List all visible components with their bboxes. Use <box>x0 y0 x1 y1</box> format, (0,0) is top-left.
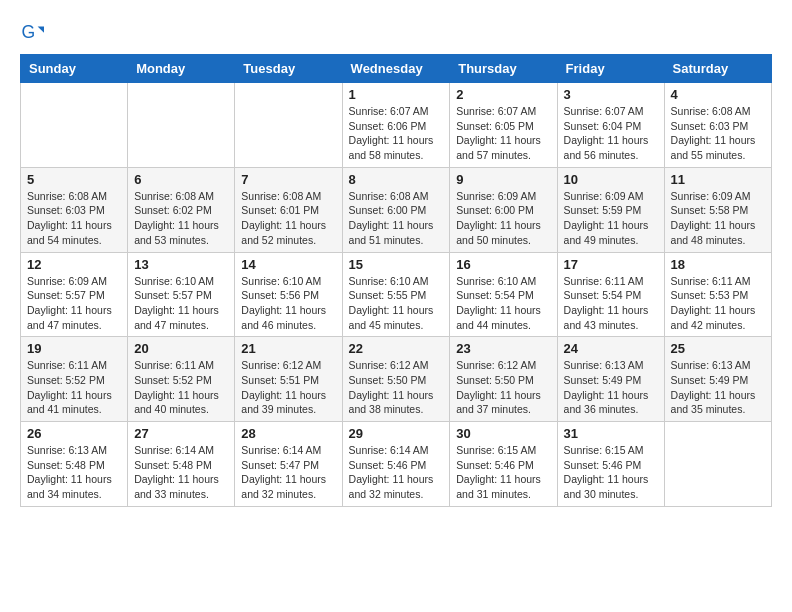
day-number: 27 <box>134 426 228 441</box>
calendar-cell: 31Sunrise: 6:15 AM Sunset: 5:46 PM Dayli… <box>557 422 664 507</box>
calendar-cell: 5Sunrise: 6:08 AM Sunset: 6:03 PM Daylig… <box>21 167 128 252</box>
day-info: Sunrise: 6:07 AM Sunset: 6:05 PM Dayligh… <box>456 104 550 163</box>
calendar-header-row: SundayMondayTuesdayWednesdayThursdayFrid… <box>21 55 772 83</box>
day-number: 10 <box>564 172 658 187</box>
day-info: Sunrise: 6:08 AM Sunset: 6:01 PM Dayligh… <box>241 189 335 248</box>
day-info: Sunrise: 6:08 AM Sunset: 6:03 PM Dayligh… <box>27 189 121 248</box>
calendar-week-2: 5Sunrise: 6:08 AM Sunset: 6:03 PM Daylig… <box>21 167 772 252</box>
calendar-cell: 17Sunrise: 6:11 AM Sunset: 5:54 PM Dayli… <box>557 252 664 337</box>
calendar-cell: 20Sunrise: 6:11 AM Sunset: 5:52 PM Dayli… <box>128 337 235 422</box>
day-header-saturday: Saturday <box>664 55 771 83</box>
calendar-cell: 8Sunrise: 6:08 AM Sunset: 6:00 PM Daylig… <box>342 167 450 252</box>
calendar-week-4: 19Sunrise: 6:11 AM Sunset: 5:52 PM Dayli… <box>21 337 772 422</box>
calendar-cell: 26Sunrise: 6:13 AM Sunset: 5:48 PM Dayli… <box>21 422 128 507</box>
day-info: Sunrise: 6:14 AM Sunset: 5:47 PM Dayligh… <box>241 443 335 502</box>
day-number: 29 <box>349 426 444 441</box>
calendar-cell <box>21 83 128 168</box>
day-number: 7 <box>241 172 335 187</box>
day-info: Sunrise: 6:10 AM Sunset: 5:56 PM Dayligh… <box>241 274 335 333</box>
day-info: Sunrise: 6:13 AM Sunset: 5:49 PM Dayligh… <box>564 358 658 417</box>
calendar-cell: 12Sunrise: 6:09 AM Sunset: 5:57 PM Dayli… <box>21 252 128 337</box>
day-number: 18 <box>671 257 765 272</box>
day-number: 14 <box>241 257 335 272</box>
day-number: 4 <box>671 87 765 102</box>
day-number: 15 <box>349 257 444 272</box>
calendar-cell: 16Sunrise: 6:10 AM Sunset: 5:54 PM Dayli… <box>450 252 557 337</box>
day-number: 2 <box>456 87 550 102</box>
day-info: Sunrise: 6:11 AM Sunset: 5:52 PM Dayligh… <box>134 358 228 417</box>
calendar-cell: 14Sunrise: 6:10 AM Sunset: 5:56 PM Dayli… <box>235 252 342 337</box>
day-number: 24 <box>564 341 658 356</box>
svg-marker-1 <box>38 26 44 32</box>
day-number: 13 <box>134 257 228 272</box>
day-info: Sunrise: 6:11 AM Sunset: 5:52 PM Dayligh… <box>27 358 121 417</box>
day-info: Sunrise: 6:15 AM Sunset: 5:46 PM Dayligh… <box>456 443 550 502</box>
day-number: 20 <box>134 341 228 356</box>
day-header-monday: Monday <box>128 55 235 83</box>
day-info: Sunrise: 6:08 AM Sunset: 6:02 PM Dayligh… <box>134 189 228 248</box>
calendar-week-3: 12Sunrise: 6:09 AM Sunset: 5:57 PM Dayli… <box>21 252 772 337</box>
day-number: 17 <box>564 257 658 272</box>
page-header: G <box>20 20 772 44</box>
day-info: Sunrise: 6:08 AM Sunset: 6:00 PM Dayligh… <box>349 189 444 248</box>
day-number: 1 <box>349 87 444 102</box>
calendar-cell: 15Sunrise: 6:10 AM Sunset: 5:55 PM Dayli… <box>342 252 450 337</box>
calendar-cell: 9Sunrise: 6:09 AM Sunset: 6:00 PM Daylig… <box>450 167 557 252</box>
day-number: 5 <box>27 172 121 187</box>
calendar-cell: 2Sunrise: 6:07 AM Sunset: 6:05 PM Daylig… <box>450 83 557 168</box>
calendar-cell: 21Sunrise: 6:12 AM Sunset: 5:51 PM Dayli… <box>235 337 342 422</box>
calendar-cell: 24Sunrise: 6:13 AM Sunset: 5:49 PM Dayli… <box>557 337 664 422</box>
day-number: 30 <box>456 426 550 441</box>
calendar-cell: 30Sunrise: 6:15 AM Sunset: 5:46 PM Dayli… <box>450 422 557 507</box>
day-header-friday: Friday <box>557 55 664 83</box>
calendar-cell: 10Sunrise: 6:09 AM Sunset: 5:59 PM Dayli… <box>557 167 664 252</box>
day-number: 22 <box>349 341 444 356</box>
calendar-cell: 1Sunrise: 6:07 AM Sunset: 6:06 PM Daylig… <box>342 83 450 168</box>
day-number: 16 <box>456 257 550 272</box>
day-info: Sunrise: 6:14 AM Sunset: 5:48 PM Dayligh… <box>134 443 228 502</box>
calendar-cell: 28Sunrise: 6:14 AM Sunset: 5:47 PM Dayli… <box>235 422 342 507</box>
calendar-cell: 7Sunrise: 6:08 AM Sunset: 6:01 PM Daylig… <box>235 167 342 252</box>
calendar-week-1: 1Sunrise: 6:07 AM Sunset: 6:06 PM Daylig… <box>21 83 772 168</box>
day-info: Sunrise: 6:11 AM Sunset: 5:54 PM Dayligh… <box>564 274 658 333</box>
calendar-table: SundayMondayTuesdayWednesdayThursdayFrid… <box>20 54 772 507</box>
day-header-sunday: Sunday <box>21 55 128 83</box>
day-info: Sunrise: 6:10 AM Sunset: 5:54 PM Dayligh… <box>456 274 550 333</box>
calendar-cell: 13Sunrise: 6:10 AM Sunset: 5:57 PM Dayli… <box>128 252 235 337</box>
day-info: Sunrise: 6:15 AM Sunset: 5:46 PM Dayligh… <box>564 443 658 502</box>
day-number: 26 <box>27 426 121 441</box>
day-number: 21 <box>241 341 335 356</box>
day-info: Sunrise: 6:09 AM Sunset: 5:57 PM Dayligh… <box>27 274 121 333</box>
day-info: Sunrise: 6:13 AM Sunset: 5:49 PM Dayligh… <box>671 358 765 417</box>
logo: G <box>20 20 48 44</box>
day-number: 6 <box>134 172 228 187</box>
day-info: Sunrise: 6:07 AM Sunset: 6:04 PM Dayligh… <box>564 104 658 163</box>
day-info: Sunrise: 6:09 AM Sunset: 5:58 PM Dayligh… <box>671 189 765 248</box>
day-number: 25 <box>671 341 765 356</box>
calendar-cell: 3Sunrise: 6:07 AM Sunset: 6:04 PM Daylig… <box>557 83 664 168</box>
day-header-thursday: Thursday <box>450 55 557 83</box>
day-number: 11 <box>671 172 765 187</box>
day-info: Sunrise: 6:11 AM Sunset: 5:53 PM Dayligh… <box>671 274 765 333</box>
day-info: Sunrise: 6:13 AM Sunset: 5:48 PM Dayligh… <box>27 443 121 502</box>
day-header-wednesday: Wednesday <box>342 55 450 83</box>
calendar-cell <box>664 422 771 507</box>
day-number: 8 <box>349 172 444 187</box>
calendar-cell <box>128 83 235 168</box>
day-number: 3 <box>564 87 658 102</box>
calendar-cell: 18Sunrise: 6:11 AM Sunset: 5:53 PM Dayli… <box>664 252 771 337</box>
day-number: 31 <box>564 426 658 441</box>
day-info: Sunrise: 6:09 AM Sunset: 6:00 PM Dayligh… <box>456 189 550 248</box>
day-info: Sunrise: 6:10 AM Sunset: 5:55 PM Dayligh… <box>349 274 444 333</box>
calendar-cell: 27Sunrise: 6:14 AM Sunset: 5:48 PM Dayli… <box>128 422 235 507</box>
day-number: 28 <box>241 426 335 441</box>
day-number: 23 <box>456 341 550 356</box>
calendar-cell: 22Sunrise: 6:12 AM Sunset: 5:50 PM Dayli… <box>342 337 450 422</box>
day-info: Sunrise: 6:07 AM Sunset: 6:06 PM Dayligh… <box>349 104 444 163</box>
day-info: Sunrise: 6:10 AM Sunset: 5:57 PM Dayligh… <box>134 274 228 333</box>
calendar-cell: 6Sunrise: 6:08 AM Sunset: 6:02 PM Daylig… <box>128 167 235 252</box>
day-number: 19 <box>27 341 121 356</box>
day-number: 9 <box>456 172 550 187</box>
calendar-cell: 19Sunrise: 6:11 AM Sunset: 5:52 PM Dayli… <box>21 337 128 422</box>
calendar-week-5: 26Sunrise: 6:13 AM Sunset: 5:48 PM Dayli… <box>21 422 772 507</box>
